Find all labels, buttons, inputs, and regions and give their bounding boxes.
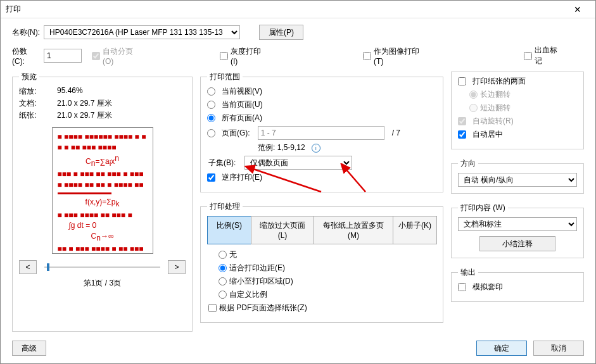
dialog-title: 打印 — [6, 4, 565, 15]
bleed-checkbox[interactable] — [524, 52, 532, 60]
autorotate-checkbox — [458, 117, 466, 125]
close-icon[interactable]: ✕ — [565, 4, 590, 15]
advanced-button[interactable]: 高级 — [12, 341, 46, 356]
overprint-checkbox[interactable] — [458, 283, 466, 291]
autocenter-checkbox[interactable] — [458, 130, 466, 139]
summary-button[interactable]: 小结注释 — [479, 236, 555, 251]
pages-input[interactable] — [258, 126, 384, 140]
flip-long-radio — [469, 91, 478, 99]
as-image-checkbox[interactable] — [363, 52, 371, 60]
subset-select[interactable]: 仅偶数页面 — [244, 156, 352, 170]
duplex-checkbox[interactable] — [458, 77, 466, 85]
content-select[interactable]: 文档和标注 — [458, 217, 577, 231]
orientation-section: 方向 自动 横向/纵向 — [451, 158, 584, 194]
current-view-radio[interactable] — [207, 87, 215, 96]
shrink-radio[interactable] — [219, 277, 227, 286]
reverse-checkbox[interactable] — [207, 173, 215, 182]
info-icon[interactable]: i — [312, 144, 320, 153]
custom-radio[interactable] — [219, 291, 227, 299]
properties-button[interactable]: 属性(P) — [259, 25, 303, 40]
print-handling-section: 打印处理 比例(S) 缩放过大页面(L) 每张纸上放置多页(M) 小册子(K) … — [200, 201, 443, 323]
current-page-radio[interactable] — [207, 101, 215, 109]
tab-multi[interactable]: 每张纸上放置多页(M) — [314, 216, 393, 244]
print-content-section: 打印内容 (W) 文档和标注 小结注释 — [451, 203, 584, 258]
all-pages-radio[interactable] — [207, 114, 215, 122]
pages-radio[interactable] — [207, 129, 215, 137]
output-section: 输出 模拟套印 — [451, 267, 584, 302]
gray-checkbox[interactable] — [220, 52, 228, 60]
page-slider[interactable] — [44, 267, 160, 268]
none-radio[interactable] — [219, 251, 227, 259]
preview-section: 预览 缩放:95.46% 文档:21.0 x 29.7 厘米 纸张:21.0 x… — [12, 72, 193, 332]
choose-paper-checkbox[interactable] — [208, 304, 217, 312]
duplex-section: 打印纸张的两面 长边翻转 短边翻转 自动旋转(R) 自动居中 — [451, 72, 584, 149]
orientation-select[interactable]: 自动 横向/纵向 — [458, 173, 577, 187]
page-thumbnail: ■ ■■■■ ■■■■■■ ■■■■ ■ ■■ ■ ■■ ■■■ ■■■■ Cn… — [52, 127, 153, 254]
prev-page-button[interactable]: < — [19, 260, 37, 274]
next-page-button[interactable]: > — [168, 260, 186, 274]
flip-short-radio — [469, 104, 478, 112]
name-label: 名称(N): — [12, 27, 40, 38]
tab-scale[interactable]: 比例(S) — [207, 216, 251, 244]
ok-button[interactable]: 确定 — [476, 341, 527, 356]
collate-checkbox — [92, 52, 100, 60]
tab-big[interactable]: 缩放过大页面(L) — [251, 216, 314, 244]
copies-input[interactable] — [44, 49, 82, 63]
fit-radio[interactable] — [219, 264, 227, 272]
pager-label: 第1页 / 3页 — [19, 278, 186, 289]
print-range-section: 打印范围 当前视图(V) 当前页面(U) 所有页面(A) 页面(G): / 7 … — [200, 72, 443, 192]
cancel-button[interactable]: 取消 — [533, 341, 584, 356]
printer-select[interactable]: HP040E3C72616A (HP Laser MFP 131 133 135… — [44, 25, 240, 39]
copies-label: 份数(C): — [12, 46, 40, 66]
tab-booklet[interactable]: 小册子(K) — [393, 216, 437, 244]
